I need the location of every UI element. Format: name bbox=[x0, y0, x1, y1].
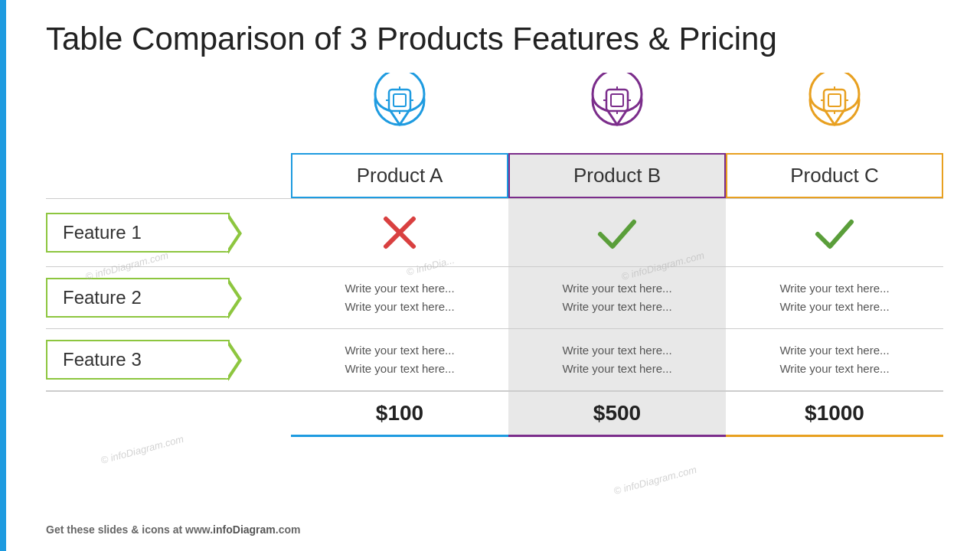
feature3-a-cell: Write your text here... Write your text … bbox=[291, 329, 508, 390]
product-b-pin bbox=[583, 70, 652, 147]
feature3-c-line1: Write your text here... bbox=[779, 341, 889, 360]
table-row-feature1: Feature 1 bbox=[46, 198, 943, 266]
product-b-name: Product B bbox=[508, 153, 726, 198]
feature1-c-cell bbox=[726, 199, 943, 266]
table-row-feature2: Feature 2 Write your text here... Write … bbox=[46, 266, 943, 328]
page-title: Table Comparison of 3 Products Features … bbox=[46, 21, 943, 57]
cross-icon-a bbox=[377, 210, 423, 256]
footer: Get these slides & icons at www.infoDiag… bbox=[46, 519, 943, 536]
footer-text2: .com bbox=[276, 523, 301, 536]
feature2-c-line2: Write your text here... bbox=[779, 298, 889, 316]
price-label-cell bbox=[46, 392, 291, 437]
feature3-b-line1: Write your text here... bbox=[562, 341, 671, 360]
check-icon-b bbox=[594, 210, 640, 256]
feature1-label-cell: Feature 1 bbox=[46, 199, 291, 266]
feature3-a-line2: Write your text here... bbox=[345, 360, 454, 378]
feature2-a-line1: Write your text here... bbox=[345, 279, 454, 298]
feature2-label: Feature 2 bbox=[63, 287, 142, 308]
price-a: $100 bbox=[291, 392, 508, 437]
feature2-b-cell: Write your text here... Write your text … bbox=[508, 267, 726, 328]
feature3-label-cell: Feature 3 bbox=[46, 329, 291, 390]
feature1-label: Feature 1 bbox=[63, 222, 142, 243]
feature3-c-line2: Write your text here... bbox=[779, 360, 889, 378]
feature3-b-cell: Write your text here... Write your text … bbox=[508, 329, 726, 390]
product-col-b: Product B bbox=[508, 70, 726, 198]
main-container: Table Comparison of 3 Products Features … bbox=[0, 0, 980, 551]
price-row: $100 $500 $1000 bbox=[46, 390, 943, 437]
feature3-c-cell: Write your text here... Write your text … bbox=[726, 329, 943, 390]
product-col-a: Product A bbox=[291, 70, 508, 198]
product-c-name: Product C bbox=[726, 153, 943, 198]
price-b: $500 bbox=[508, 392, 726, 437]
product-a-name: Product A bbox=[291, 153, 508, 198]
feature3-a-line1: Write your text here... bbox=[345, 341, 454, 360]
accent-bar bbox=[0, 0, 6, 551]
header-section: Product A Product B bbox=[46, 70, 943, 198]
feature1-a-cell bbox=[291, 199, 508, 266]
table-body: Feature 1 bbox=[46, 198, 943, 511]
check-icon-c bbox=[812, 210, 858, 256]
feature3-b-line2: Write your text here... bbox=[562, 360, 671, 378]
feature1-b-cell bbox=[508, 199, 726, 266]
table-row-feature3: Feature 3 Write your text here... Write … bbox=[46, 328, 943, 390]
feature2-a-line2: Write your text here... bbox=[345, 298, 454, 316]
footer-brand: infoDiagram bbox=[213, 523, 276, 536]
feature2-c-line1: Write your text here... bbox=[779, 279, 889, 298]
comparison-area: Product A Product B bbox=[46, 70, 943, 511]
feature2-c-cell: Write your text here... Write your text … bbox=[726, 267, 943, 328]
footer-text1: Get these slides & icons at www. bbox=[46, 523, 213, 536]
feature2-a-cell: Write your text here... Write your text … bbox=[291, 267, 508, 328]
price-c: $1000 bbox=[726, 392, 943, 437]
product-a-pin bbox=[365, 70, 434, 147]
feature2-tag: Feature 2 bbox=[46, 278, 230, 318]
feature3-tag: Feature 3 bbox=[46, 340, 230, 380]
feature1-tag: Feature 1 bbox=[46, 213, 230, 253]
product-c-pin bbox=[800, 70, 869, 147]
feature3-label: Feature 3 bbox=[63, 349, 142, 370]
product-col-c: Product C bbox=[726, 70, 943, 198]
feature2-label-cell: Feature 2 bbox=[46, 267, 291, 328]
feature2-b-line1: Write your text here... bbox=[562, 279, 671, 298]
feature2-b-line2: Write your text here... bbox=[562, 298, 671, 316]
